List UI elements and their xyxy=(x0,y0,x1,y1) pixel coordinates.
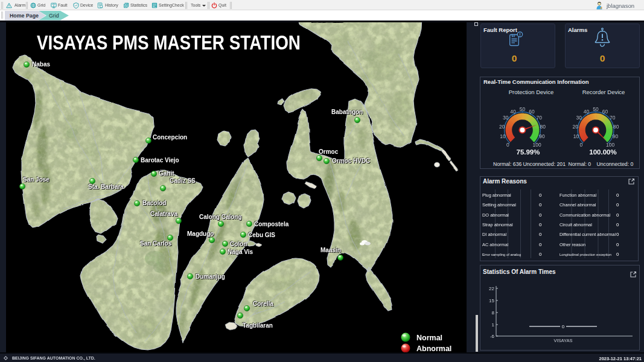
svg-text:0: 0 xyxy=(579,142,582,148)
svg-text:10: 10 xyxy=(573,133,579,139)
svg-text:VISAYAS: VISAYAS xyxy=(554,338,573,343)
svg-text:Longitudinal protection except: Longitudinal protection exception xyxy=(560,253,611,256)
svg-text:90: 90 xyxy=(613,133,619,139)
svg-text:100.00%: 100.00% xyxy=(589,148,616,156)
svg-text:80: 80 xyxy=(613,124,619,130)
svg-text:100: 100 xyxy=(606,142,614,148)
svg-text:Error sampling of analog: Error sampling of analog xyxy=(482,253,521,256)
svg-text:DO abnormal: DO abnormal xyxy=(482,212,509,218)
svg-text:90: 90 xyxy=(539,133,545,139)
svg-text:20: 20 xyxy=(499,124,505,130)
svg-text:0: 0 xyxy=(539,192,542,198)
svg-text:Differential current abnormal: Differential current abnormal xyxy=(560,232,616,237)
svg-text:15: 15 xyxy=(489,298,494,303)
svg-text:0: 0 xyxy=(616,202,619,208)
svg-text:0: 0 xyxy=(539,202,542,208)
svg-text:0: 0 xyxy=(539,212,542,218)
svg-text:60: 60 xyxy=(602,109,608,115)
svg-text:0: 0 xyxy=(616,242,619,247)
svg-text:22: 22 xyxy=(489,286,494,291)
svg-text:30: 30 xyxy=(503,115,509,121)
svg-text:0: 0 xyxy=(539,232,542,237)
svg-text:10: 10 xyxy=(500,133,506,139)
svg-text:Communication abnormal: Communication abnormal xyxy=(560,212,611,218)
svg-text:AC abnormal: AC abnormal xyxy=(482,242,508,247)
svg-text:8: 8 xyxy=(492,310,495,316)
svg-text:DI abnormal: DI abnormal xyxy=(482,232,507,237)
svg-text:80: 80 xyxy=(540,124,546,130)
svg-text:40: 40 xyxy=(584,109,590,115)
svg-text:Function abnormal: Function abnormal xyxy=(560,192,597,198)
svg-text:0: 0 xyxy=(539,242,542,247)
svg-text:75.99%: 75.99% xyxy=(516,148,540,156)
svg-text:100: 100 xyxy=(533,142,541,148)
svg-text:50: 50 xyxy=(593,106,599,112)
svg-text:70: 70 xyxy=(536,115,542,121)
svg-text:0: 0 xyxy=(562,324,565,329)
svg-text:Plug abnormal: Plug abnormal xyxy=(482,192,511,198)
svg-text:0: 0 xyxy=(506,142,509,148)
svg-text:0: 0 xyxy=(616,192,619,198)
svg-text:-6: -6 xyxy=(490,334,495,339)
svg-text:40: 40 xyxy=(510,109,516,115)
svg-text:Circuit abnormal: Circuit abnormal xyxy=(560,222,592,227)
svg-text:0: 0 xyxy=(616,222,619,227)
svg-text:Setting abnormal: Setting abnormal xyxy=(482,202,516,208)
svg-text:70: 70 xyxy=(610,115,616,121)
svg-text:1: 1 xyxy=(492,322,495,328)
svg-text:0: 0 xyxy=(539,252,542,257)
svg-text:50: 50 xyxy=(520,106,526,112)
svg-text:60: 60 xyxy=(529,109,535,115)
svg-text:Strap abnormal: Strap abnormal xyxy=(482,222,513,227)
svg-text:0: 0 xyxy=(616,232,619,237)
svg-text:20: 20 xyxy=(572,124,578,130)
svg-text:Channel abnormal: Channel abnormal xyxy=(560,202,596,208)
svg-text:0: 0 xyxy=(539,222,542,227)
svg-text:30: 30 xyxy=(576,115,582,121)
svg-text:Other reason: Other reason xyxy=(560,242,585,247)
svg-text:0: 0 xyxy=(616,212,619,218)
svg-text:0: 0 xyxy=(616,252,619,257)
